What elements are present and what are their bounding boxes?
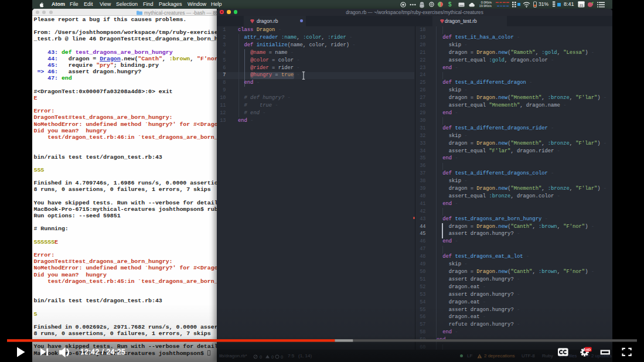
svg-text:21: 21: [579, 3, 583, 6]
